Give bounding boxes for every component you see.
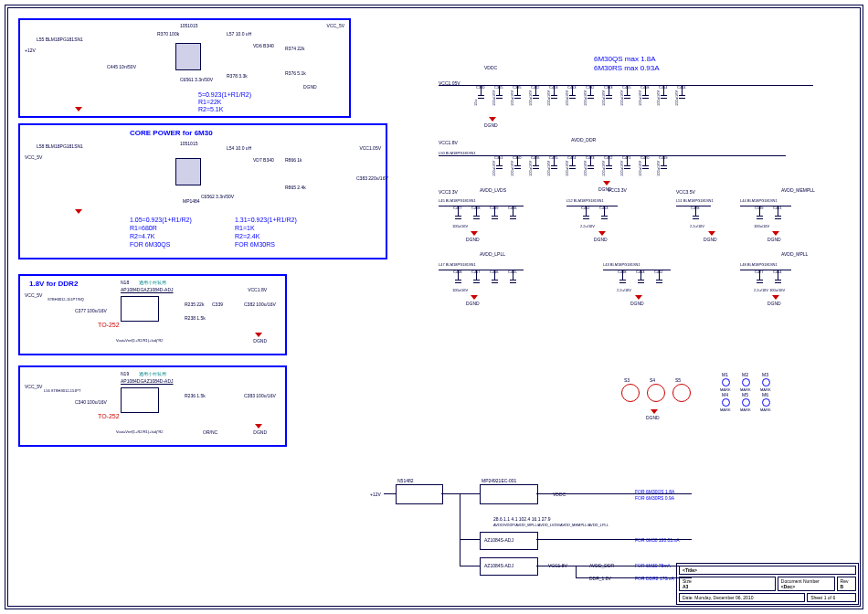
l54: L54 10.0 uH xyxy=(227,145,251,151)
cap-C403: C403100u/16V xyxy=(548,85,565,104)
c383: C383 220u/16V xyxy=(356,175,388,181)
c383b: C383 100u/16V xyxy=(244,393,276,398)
cap-C424: C424100u/16V xyxy=(566,155,583,175)
net-vcc5v: VCC_5V xyxy=(327,23,344,28)
f4: FOR 6M30QS xyxy=(130,241,170,248)
tb-doc: <Doc> xyxy=(781,584,795,589)
cap-C411: C411 xyxy=(772,206,789,225)
c339: C339 xyxy=(212,302,223,307)
cap-C453: C453 xyxy=(598,206,615,225)
f6: R1=1K xyxy=(235,225,255,231)
tree-n2-lbl: MP24921EC-001 xyxy=(482,478,516,483)
f8: FOR 6M30RS xyxy=(235,241,275,248)
cap-C422: C422100u/16V xyxy=(603,155,619,175)
gnd-sym-3 xyxy=(255,333,262,337)
title-core: CORE POWER for 6M30 xyxy=(130,129,213,137)
cap-C415: C415 xyxy=(507,270,524,289)
tree-r3-note: FOR 6M30 180.01mA xyxy=(635,537,680,543)
formula-4: Vout=Vref(1+R2/R1)+Iadj*R2 xyxy=(116,429,164,434)
title-ddr2: 1.8V for DDR2 xyxy=(29,280,78,288)
f7: R2=2.4K xyxy=(235,233,259,239)
lbl-s5: S5 xyxy=(675,377,681,383)
tree-mid2: AVDD/VDDP/AVDD_MPLL/AVDD_LVDS/AVDD_MEMPL… xyxy=(493,523,609,527)
cap-C452: C452 xyxy=(580,206,597,225)
c340: C340 100u/16V xyxy=(75,399,107,405)
tree-root: +12V xyxy=(370,492,381,497)
out-3: VCC1.8V xyxy=(248,287,267,292)
cap-C448: C448 xyxy=(617,270,633,289)
pad-s3 xyxy=(621,384,640,402)
tb-sheet-lbl: Sheet xyxy=(810,595,822,600)
ic-body-4 xyxy=(121,387,159,413)
bank1-note2: 6M30RS max 0.93A xyxy=(594,64,660,72)
pad-s4 xyxy=(647,384,665,402)
cap-C412: C412 xyxy=(653,270,670,289)
cap-C383: C383100u/16V xyxy=(603,85,619,104)
tb-of: 6 xyxy=(832,595,835,600)
cap-C421: C421100u/16V xyxy=(621,155,638,175)
cap-C549: C549 xyxy=(754,206,770,225)
tree-n1-lbl: N51482 xyxy=(397,478,414,483)
block-ldo2: VCC_5V L56 STBH3012-151PT N19 通用小封装用 AP1… xyxy=(18,365,287,447)
cap-C416: C416 xyxy=(489,270,505,289)
bead-l58: L58 BLM18PG181SN1 xyxy=(37,143,83,149)
bank1-note1: 6M30QS max 1.8A xyxy=(594,55,656,63)
sub-banks: VCC3.3VAVDD_LVDSL45 BLM18PG181SN1C407C40… xyxy=(439,196,831,324)
cap-C444: C444100u/16V xyxy=(676,85,693,104)
cap-C365: C365100u/16V xyxy=(493,85,510,104)
cap-C418: C418 xyxy=(452,270,469,289)
tb-sheet: 1 xyxy=(824,595,827,600)
pwr-3: VCC_5V xyxy=(25,292,42,298)
formula-5v-1: 5=0.923(1+R1/R2) xyxy=(198,91,251,98)
pwr-4: VCC_5V xyxy=(25,384,42,389)
tb-rev: B xyxy=(841,584,844,589)
vd6: VD6 B340 xyxy=(253,43,274,48)
tree-r1-sig: VDDC xyxy=(553,492,566,497)
caps-row-2: C351100u/16VC350100u/16VC426100u/16VC425… xyxy=(493,155,674,175)
lbl-s4: S4 xyxy=(650,377,655,383)
f3: R2=4.7K xyxy=(130,233,154,239)
r235: R235 22k xyxy=(185,302,204,307)
r238: R238 1.5k xyxy=(185,315,206,321)
tree-n2 xyxy=(480,484,538,504)
cap-C463: C463100u/16V xyxy=(566,85,583,104)
cap-C428: C428 xyxy=(690,206,706,225)
tree-r4b-note: FOR DDR2 170mA xyxy=(635,576,674,581)
tree-r4b-tap: DDR_1.8V xyxy=(589,576,611,581)
f1: 1.05=0.923(1+R1/R2) xyxy=(130,217,192,223)
gnd-sym-2 xyxy=(75,209,82,214)
cap-C382: C382100u/16V xyxy=(585,85,601,104)
cap-C406: C406 xyxy=(507,206,524,225)
rail1-r: VDDC xyxy=(484,65,497,70)
formula-5v-3: R2=5.1K xyxy=(198,106,223,112)
r865: R865 2.4k xyxy=(285,185,306,190)
cap-C419: C419100u/16V xyxy=(658,155,674,175)
l57: L57 10.0 uH xyxy=(227,31,251,37)
cap-C385: C385100u/16V xyxy=(512,85,528,104)
cap-C402: C402100u/16V xyxy=(530,85,546,104)
cap-C414: C414 xyxy=(772,270,789,289)
cap-C458: C458100u/16V xyxy=(640,85,656,104)
bead-4: L56 STBH3012-151PT xyxy=(44,388,80,393)
tb-of-lbl: of xyxy=(828,595,831,600)
tree-n4-lbl: AZ1084S-ADJ xyxy=(484,563,513,568)
cap-C407: C407 xyxy=(452,206,469,225)
gnd-pads-lbl: DGND xyxy=(646,415,660,420)
note-4: 通用小封装用 xyxy=(139,371,166,376)
r376: R376 5.1k xyxy=(285,70,306,76)
gnd-bank1-lbl: DGND xyxy=(484,122,498,128)
title-block: <Title> SizeA3 Document Number<Doc> RevB… xyxy=(676,563,859,605)
gnd-sym-1 xyxy=(75,107,82,111)
pkg-4: TO-252 xyxy=(98,413,120,419)
r866: R866 1k xyxy=(285,157,302,163)
tree-r1-note2: FOR 6M30RS 0.9A xyxy=(635,495,674,501)
block-ddr2: 1.8V for DDR2 VCC_5V STBH3012-151PT/NQ N… xyxy=(18,274,287,355)
tb-title: <Title> xyxy=(683,567,697,573)
cap-C413: C413 xyxy=(635,270,651,289)
cap-C409: C409 xyxy=(489,206,505,225)
bead-l55: L55 BLM18PG181SN1 xyxy=(37,37,83,42)
cap-C417: C417 xyxy=(471,270,487,289)
rail2-r: AVDD_DDR xyxy=(571,137,596,143)
ic-ref-2: 1051015 xyxy=(180,141,197,146)
gnd1: DGND xyxy=(303,84,317,90)
